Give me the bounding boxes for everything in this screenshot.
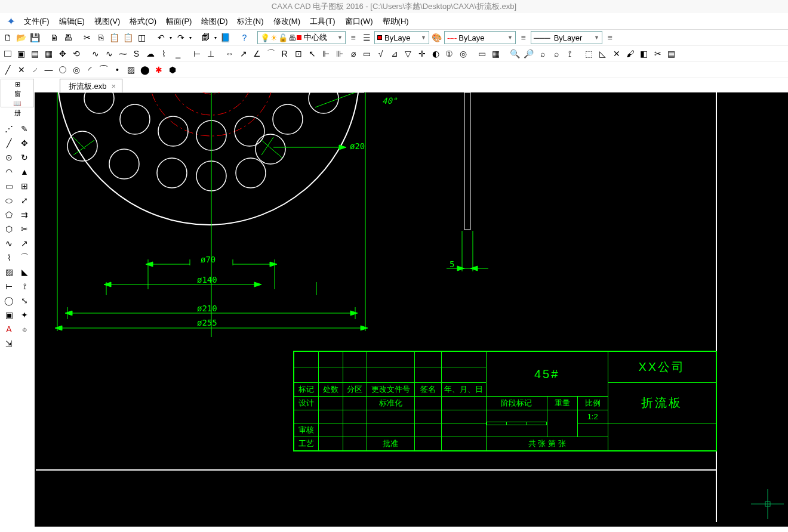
eraser-icon[interactable]: ◧ <box>638 48 650 60</box>
redo-icon[interactable]: ↷ <box>174 32 187 44</box>
cut-icon[interactable]: ✂ <box>81 32 93 44</box>
break-icon[interactable]: ⎯ <box>171 48 184 60</box>
donut-icon[interactable]: ◎ <box>70 64 82 76</box>
pline-icon[interactable]: — <box>42 64 55 76</box>
tab-top-icon[interactable]: ⊞ <box>15 81 20 88</box>
measure-icon[interactable]: ⟟ <box>564 48 576 60</box>
menu-d[interactable]: 绘图(D) <box>196 16 232 27</box>
lt-fillet-icon[interactable]: ⌒ <box>18 251 31 264</box>
weld-icon[interactable]: ⊿ <box>388 48 401 60</box>
lt-insert-icon[interactable]: ⇲ <box>2 337 16 350</box>
menu-h[interactable]: 帮助(H) <box>378 16 414 27</box>
titleblock-icon[interactable]: ▦ <box>490 48 502 60</box>
doc-settings-icon[interactable]: 🗐 <box>199 32 212 44</box>
dim-diam-icon[interactable]: ⌀ <box>347 48 359 60</box>
center-mark-icon[interactable]: ✛ <box>415 48 428 60</box>
help-icon[interactable]: ? <box>238 32 251 44</box>
lt-mirror-icon[interactable]: ▲ <box>18 165 31 178</box>
line-icon[interactable]: ╱ <box>1 64 14 76</box>
zoom-in-icon[interactable]: 🔍 <box>509 48 521 60</box>
zoom-extents-icon[interactable]: ▣ <box>15 48 27 60</box>
dim-leader-icon[interactable]: ↖ <box>306 48 318 60</box>
lt-spline-icon[interactable]: ∿ <box>2 237 16 250</box>
lt-text-icon[interactable]: A <box>2 323 16 336</box>
undo-icon[interactable]: ↶ <box>155 32 167 44</box>
lt-pencil-icon[interactable]: ✎ <box>18 122 31 135</box>
copy-icon[interactable]: ⎘ <box>94 32 107 44</box>
menu-n[interactable]: 标注(N) <box>232 16 268 27</box>
lt-rect-icon[interactable]: ▭ <box>2 180 16 193</box>
surf-finish-icon[interactable]: √ <box>374 48 387 60</box>
clip-icon[interactable]: ✂ <box>651 48 664 60</box>
save-icon[interactable]: 💾 <box>29 32 41 44</box>
lt-circle-icon[interactable]: ⊙ <box>2 151 16 164</box>
lt-chamfer-icon[interactable]: ◣ <box>18 265 31 279</box>
color-picker-icon[interactable]: 🎨 <box>430 32 443 44</box>
fill-icon[interactable]: ⬤ <box>138 64 151 76</box>
print-preview-icon[interactable]: 🗎 <box>48 32 60 44</box>
layer-combo[interactable]: 💡☀🔓🖶 中心线 ▼ <box>257 31 346 44</box>
lineweight-settings-icon[interactable]: ≡ <box>604 32 616 44</box>
datum-icon[interactable]: ▽ <box>402 48 414 60</box>
dim-cont-icon[interactable]: ⊪ <box>333 48 346 60</box>
layer-manager-icon[interactable]: ≡ <box>347 32 359 44</box>
doc-tab-active[interactable]: 折流板.exb × <box>60 79 122 93</box>
wave1-icon[interactable]: ∿ <box>103 48 115 60</box>
linetype-manager-icon[interactable]: ≡ <box>517 32 530 44</box>
wave2-icon[interactable]: ⁓ <box>116 48 129 60</box>
lt-move-icon[interactable]: ✥ <box>18 137 31 150</box>
menu-o[interactable]: 格式(O) <box>125 16 161 27</box>
lt-scale-icon[interactable]: ⤢ <box>18 194 31 207</box>
lt-block-icon[interactable]: ▣ <box>2 308 16 321</box>
lt-ellipse-icon[interactable]: ⬭ <box>2 194 16 207</box>
ellipse-arc-icon[interactable]: ⁀ <box>97 64 110 76</box>
lt-explode-icon[interactable]: ✦ <box>18 308 31 321</box>
tab-top[interactable]: 窗 <box>14 89 21 98</box>
target-icon[interactable]: ◎ <box>457 48 469 60</box>
ray-icon[interactable]: ⟋ <box>29 64 41 76</box>
lt-pentagon-icon[interactable]: ⬡ <box>2 222 16 236</box>
redo-dd-icon[interactable]: ▾ <box>188 32 193 44</box>
dim-angle-icon[interactable]: ∠ <box>251 48 263 60</box>
print-icon[interactable]: 🖶 <box>61 32 74 44</box>
menu-e[interactable]: 编辑(E) <box>54 16 90 27</box>
new-file-icon[interactable]: 🗋 <box>1 32 14 44</box>
dim-baseline-icon[interactable]: ⊩ <box>319 48 332 60</box>
paint-icon[interactable]: 🖌 <box>624 48 636 60</box>
layer-tool-icon[interactable]: ☰ <box>361 32 373 44</box>
open-file-icon[interactable]: 📂 <box>15 32 27 44</box>
lt-polygon-icon[interactable]: ⬠ <box>2 208 16 221</box>
curve1-icon[interactable]: S <box>130 48 143 60</box>
tab-book-icon[interactable]: 📖 <box>13 100 21 107</box>
lt-arc-icon[interactable]: ◠ <box>2 165 16 178</box>
zoom-window-icon[interactable] <box>1 48 14 60</box>
dim-linear-icon[interactable]: ↔ <box>223 48 236 60</box>
menu-v[interactable]: 视图(V) <box>90 16 125 27</box>
pan-icon[interactable]: ✥ <box>56 48 69 60</box>
region-icon[interactable]: ✱ <box>152 64 165 76</box>
block-icon[interactable]: ⬢ <box>166 64 178 76</box>
curve3-icon[interactable]: ⌇ <box>158 48 170 60</box>
lineweight-combo[interactable]: ─── ByLayer ▼ <box>531 31 602 44</box>
dim-arc-icon[interactable]: ⌒ <box>264 48 277 60</box>
dim-radius-icon[interactable]: R <box>278 48 291 60</box>
dim-horiz-icon[interactable]: ⊢ <box>190 48 203 60</box>
find-replace-icon[interactable]: ⌕ <box>550 48 562 60</box>
table-edit-icon[interactable]: ▤ <box>665 48 678 60</box>
dim-ord-icon[interactable]: ⊡ <box>292 48 304 60</box>
spline-icon[interactable]: ∿ <box>89 48 101 60</box>
color-combo[interactable]: ByLaye ▼ <box>374 31 429 44</box>
design-center-icon[interactable]: 📘 <box>219 32 232 44</box>
dim-vert-icon[interactable]: ⊥ <box>204 48 217 60</box>
point-icon[interactable]: • <box>111 64 124 76</box>
snap-int-icon[interactable]: ✕ <box>610 48 623 60</box>
linetype-combo[interactable]: -·-·- ByLaye ▼ <box>444 31 516 44</box>
lt-measure-icon[interactable]: ⟐ <box>18 323 31 336</box>
match-icon[interactable]: ◫ <box>136 32 148 44</box>
zoom-dyn-icon[interactable]: ▦ <box>42 48 55 60</box>
lt-circle2-icon[interactable]: ◯ <box>2 294 16 307</box>
snap-end-icon[interactable]: ⬚ <box>583 48 595 60</box>
lt-curve-icon[interactable]: ⌇ <box>2 251 16 264</box>
find-icon[interactable]: ⌕ <box>536 48 549 60</box>
frame-icon[interactable]: ▭ <box>476 48 488 60</box>
